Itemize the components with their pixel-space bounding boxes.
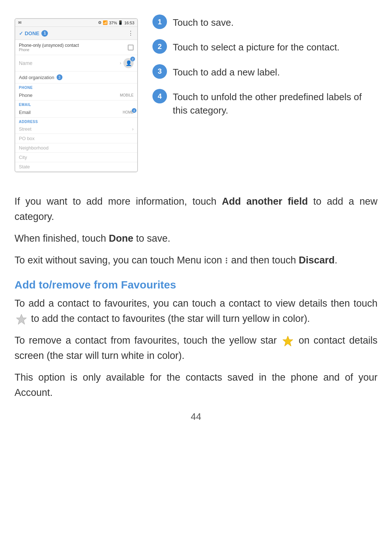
instruction-number-1: 1 xyxy=(152,15,167,29)
status-bar: ✉ ⚙ 📶 37% 📱 16:53 xyxy=(15,19,137,27)
instruction-number-4: 4 xyxy=(152,89,167,103)
instruction-text-1: Touch to save. xyxy=(173,15,234,29)
signal-icon: 📶 xyxy=(103,20,108,25)
phone-placeholder: Phone xyxy=(19,93,33,98)
street-chevron-icon: › xyxy=(132,127,134,132)
email-tag-badge: 4 xyxy=(132,108,136,113)
add-org-badge: 3 xyxy=(57,74,62,80)
body-fav-para-3: This option is only available for the co… xyxy=(15,370,377,401)
favourites-heading: Add to/remove from Favourites xyxy=(15,279,377,291)
done-button[interactable]: ✓ DONE 1 xyxy=(19,30,48,37)
instruction-text-4: Touch to unfold the other predefined lab… xyxy=(173,89,377,117)
body-para-3: To exit without saving, you can touch Me… xyxy=(15,253,377,268)
address-section-label: ADDRESS xyxy=(15,118,137,124)
action-bar: ✓ DONE 1 ⋮ xyxy=(15,27,137,40)
checkmark-icon: ✓ xyxy=(19,30,23,36)
screen-icon: 📱 xyxy=(118,20,123,25)
add-org-text: Add organization xyxy=(19,75,54,80)
name-placeholder: Name xyxy=(19,60,32,66)
name-chevron-icon: › xyxy=(120,61,121,66)
pobox-field[interactable]: PO box xyxy=(15,134,137,143)
name-row[interactable]: Name › 👤 2 xyxy=(15,55,137,71)
done-badge: 1 xyxy=(41,30,48,37)
instruction-text-2: Touch to select a picture for the contac… xyxy=(173,39,340,54)
city-placeholder: City xyxy=(19,155,27,160)
instruction-number-2: 2 xyxy=(152,39,167,54)
contact-type-row: Phone-only (unsynced) contact Phone xyxy=(15,40,137,55)
state-placeholder: State xyxy=(19,164,30,169)
contact-type-main: Phone-only (unsynced) contact xyxy=(19,43,79,48)
instruction-text-3: Touch to add a new label. xyxy=(173,64,280,79)
done-label: DONE xyxy=(25,30,39,36)
name-icons: › 👤 2 xyxy=(120,58,134,68)
contact-type-sub: Phone xyxy=(19,48,79,52)
instruction-1: 1 Touch to save. xyxy=(152,15,377,29)
phone-section-label: PHONE xyxy=(15,83,137,90)
instruction-number-3: 3 xyxy=(152,64,167,79)
instruction-4: 4 Touch to unfold the other predefined l… xyxy=(152,89,377,117)
settings-icon: ⚙ xyxy=(98,20,102,25)
message-icon: ✉ xyxy=(18,20,21,25)
instruction-2: 2 Touch to select a picture for the cont… xyxy=(152,39,377,54)
phone-tag: MOBILE xyxy=(120,93,134,97)
phone-field-row[interactable]: Phone MOBILE xyxy=(15,90,137,101)
person-icon-badge[interactable]: 👤 2 xyxy=(123,58,134,68)
body-fav-para-1: To add a contact to favourites, you can … xyxy=(15,296,377,327)
email-section-label: EMAIL xyxy=(15,101,137,107)
email-field-row[interactable]: Email HOME 4 xyxy=(15,107,137,118)
instructions-panel: 1 Touch to save. 2 Touch to select a pic… xyxy=(145,15,377,117)
email-placeholder: Email xyxy=(19,110,31,115)
neighborhood-placeholder: Neighborhood xyxy=(19,145,49,151)
star-icon-yellow xyxy=(282,335,294,347)
star-icon-add xyxy=(16,314,27,325)
menu-icon-inline xyxy=(226,258,227,263)
street-placeholder: Street xyxy=(19,126,32,132)
add-org-row[interactable]: Add organization 3 xyxy=(15,71,137,83)
status-left: ✉ xyxy=(18,20,21,25)
city-field[interactable]: City xyxy=(15,153,137,162)
state-field[interactable]: State xyxy=(15,162,137,172)
name-badge: 2 xyxy=(130,57,135,61)
instruction-3: 3 Touch to add a new label. xyxy=(152,64,377,79)
pobox-placeholder: PO box xyxy=(19,136,34,141)
street-field[interactable]: Street › xyxy=(15,124,137,134)
body-para-2: When finished, touch Done to save. xyxy=(15,231,377,246)
battery-pct: 37% xyxy=(109,21,117,25)
body-section: If you want to add more information, tou… xyxy=(15,191,377,400)
page-number: 44 xyxy=(15,411,377,422)
phone-screenshot: ✉ ⚙ 📶 37% 📱 16:53 ✓ DONE 1 ⋮ Phone-only … xyxy=(15,18,138,172)
neighborhood-field[interactable]: Neighborhood xyxy=(15,143,137,153)
body-fav-para-2: To remove a contact from favourites, tou… xyxy=(15,333,377,364)
menu-button[interactable]: ⋮ xyxy=(128,30,134,37)
svg-marker-0 xyxy=(16,314,26,324)
svg-marker-1 xyxy=(283,336,293,346)
contact-type-checkbox[interactable] xyxy=(128,45,134,50)
status-right: ⚙ 📶 37% 📱 16:53 xyxy=(98,20,134,25)
email-tag: HOME 4 xyxy=(123,110,134,114)
time-display: 16:53 xyxy=(124,21,134,25)
body-para-1: If you want to add more information, tou… xyxy=(15,194,377,225)
